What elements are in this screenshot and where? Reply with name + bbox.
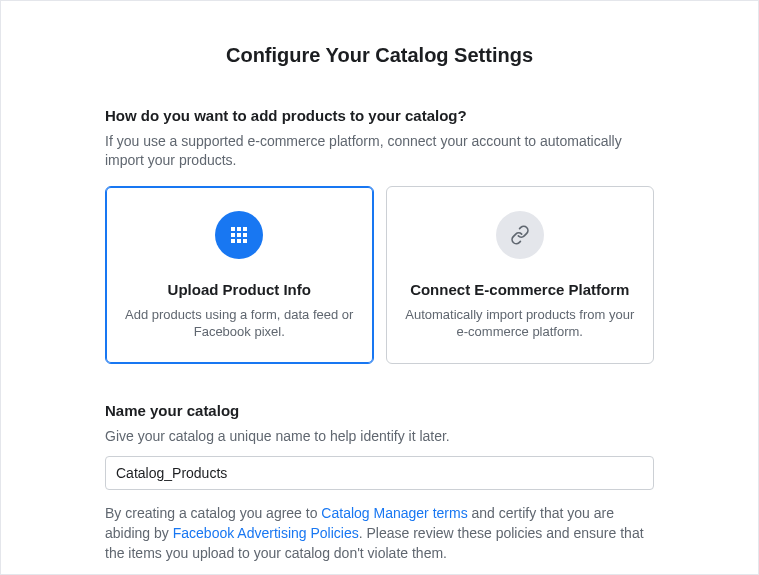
svg-rect-3 xyxy=(231,233,235,237)
terms-intro: By creating a catalog you agree to xyxy=(105,505,321,521)
add-method-section: How do you want to add products to your … xyxy=(105,105,654,364)
facebook-advertising-policies-link[interactable]: Facebook Advertising Policies xyxy=(173,525,359,541)
method-heading: How do you want to add products to your … xyxy=(105,105,654,126)
svg-rect-4 xyxy=(237,233,241,237)
card-desc: Automatically import products from your … xyxy=(405,306,636,341)
catalog-manager-terms-link[interactable]: Catalog Manager terms xyxy=(321,505,467,521)
method-cards: Upload Product Info Add products using a… xyxy=(105,186,654,364)
svg-rect-7 xyxy=(237,239,241,243)
card-connect-ecommerce[interactable]: Connect E-commerce Platform Automaticall… xyxy=(386,186,655,364)
card-title: Connect E-commerce Platform xyxy=(405,279,636,300)
catalog-name-input[interactable] xyxy=(105,456,654,490)
name-label: Name your catalog xyxy=(105,400,654,421)
page-title: Configure Your Catalog Settings xyxy=(105,41,654,69)
name-help: Give your catalog a unique name to help … xyxy=(105,427,654,447)
svg-rect-1 xyxy=(237,227,241,231)
svg-rect-0 xyxy=(231,227,235,231)
svg-rect-8 xyxy=(243,239,247,243)
card-desc: Add products using a form, data feed or … xyxy=(124,306,355,341)
terms-text: By creating a catalog you agree to Catal… xyxy=(105,504,654,563)
card-upload-product-info[interactable]: Upload Product Info Add products using a… xyxy=(105,186,374,364)
link-icon xyxy=(496,211,544,259)
svg-rect-2 xyxy=(243,227,247,231)
svg-rect-6 xyxy=(231,239,235,243)
catalog-settings-page: Configure Your Catalog Settings How do y… xyxy=(0,0,759,575)
name-catalog-section: Name your catalog Give your catalog a un… xyxy=(105,400,654,491)
grid-icon xyxy=(215,211,263,259)
svg-rect-5 xyxy=(243,233,247,237)
method-subtext: If you use a supported e-commerce platfo… xyxy=(105,132,654,170)
card-title: Upload Product Info xyxy=(124,279,355,300)
